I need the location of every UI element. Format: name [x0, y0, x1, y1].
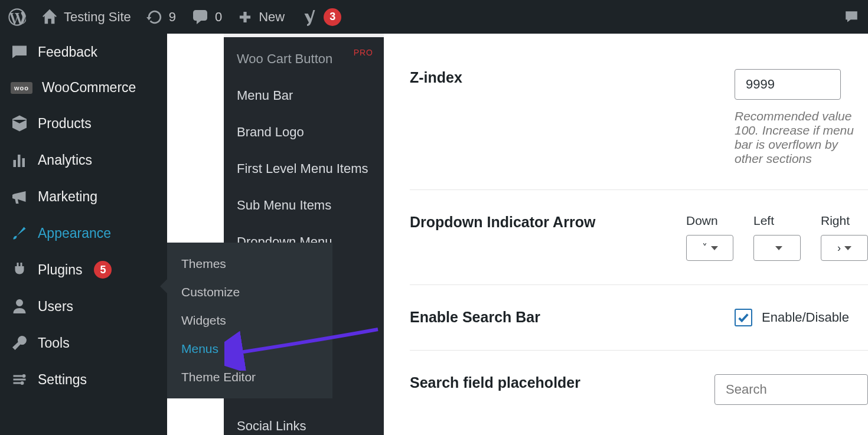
dd-left-label: Left [753, 214, 801, 228]
chevron-right-icon: › [837, 242, 841, 254]
yoast[interactable]: 3 [300, 8, 341, 26]
category-woo-cart-button[interactable]: Woo Cart Button [224, 41, 384, 77]
dd-right-select[interactable]: › [821, 235, 868, 261]
box-icon [11, 115, 28, 132]
user-icon [11, 297, 28, 315]
flyout-widgets[interactable]: Widgets [167, 306, 332, 335]
flyout-themes[interactable]: Themes [167, 250, 332, 278]
row-zindex: Z-index Recommended value 100. Increase … [410, 34, 868, 190]
dd-down-select[interactable]: ˅ [686, 235, 733, 261]
category-brand-logo[interactable]: Brand Logo [224, 114, 384, 151]
flyout-label: Widgets [181, 313, 226, 327]
chat-icon [843, 9, 860, 25]
sidebar-item-feedback[interactable]: Feedback [0, 34, 167, 70]
plus-icon [237, 9, 253, 25]
category-label: Social Links [237, 418, 306, 433]
caret-icon [775, 246, 782, 250]
yoast-icon [300, 8, 318, 26]
search-placeholder-input[interactable] [714, 374, 868, 405]
category-menu-bar[interactable]: Menu Bar [224, 77, 384, 114]
caret-icon [711, 246, 718, 250]
new-content[interactable]: New [237, 9, 285, 25]
dd-col-left: Left [753, 214, 801, 261]
comments[interactable]: 0 [191, 8, 222, 26]
dd-left-select[interactable] [753, 235, 801, 261]
enable-disable-label: Enable/Disable [762, 310, 849, 325]
sidebar-item-analytics[interactable]: Analytics [0, 142, 167, 178]
flyout-label: Theme Editor [181, 370, 256, 384]
notifications[interactable] [843, 9, 860, 25]
category-label: First Level Menu Items [237, 161, 368, 176]
category-social-links[interactable]: Social Links [224, 408, 384, 435]
category-label: Sub Menu Items [237, 198, 331, 212]
sidebar-item-tools[interactable]: Tools [0, 325, 167, 361]
sidebar-item-label: Appearance [38, 225, 111, 241]
category-label: Menu Bar [237, 88, 293, 103]
enable-search-label: Enable Search Bar [410, 309, 711, 326]
search-placeholder-label: Search field placeholder [410, 374, 691, 391]
megaphone-icon [11, 188, 28, 205]
caret-icon [844, 246, 851, 250]
sidebar-item-users[interactable]: Users [0, 288, 167, 325]
feedback-icon [11, 43, 28, 61]
sidebar-item-label: Products [38, 116, 92, 132]
row-enable-search: Enable Search Bar Enable/Disable [410, 285, 868, 351]
plug-icon [11, 261, 28, 279]
dd-right-label: Right [821, 214, 868, 228]
zindex-help: Recommended value 100. Increase if menu … [735, 109, 868, 166]
wrench-icon [11, 334, 28, 352]
sidebar-item-label: Marketing [38, 189, 97, 205]
sidebar-item-woocommerce[interactable]: woo WooCommerce [0, 70, 167, 105]
zindex-input[interactable] [735, 69, 841, 100]
flyout-menus[interactable]: Menus [167, 335, 332, 363]
comments-count: 0 [215, 9, 222, 25]
sidebar-item-products[interactable]: Products [0, 105, 167, 142]
dd-col-right: Right › [821, 214, 868, 261]
comment-icon [191, 8, 209, 26]
enable-search-toggle[interactable]: Enable/Disable [735, 309, 868, 326]
adminbar: Testing Site 9 0 New 3 [0, 0, 868, 34]
yoast-badge: 3 [324, 8, 341, 26]
category-label: Brand Logo [237, 125, 304, 139]
updates-count: 9 [169, 9, 176, 25]
sidebar-item-label: Feedback [38, 44, 97, 60]
new-label: New [259, 9, 285, 25]
dropdown-arrow-label: Dropdown Indicator Arrow [410, 214, 663, 231]
flyout-pointer [160, 279, 167, 293]
brush-icon [11, 224, 28, 242]
sidebar-item-label: Users [38, 299, 73, 315]
flyout-customize[interactable]: Customize [167, 278, 332, 306]
bars-icon [11, 151, 28, 169]
category-label: Woo Cart Button [237, 51, 332, 66]
woo-icon: woo [11, 82, 32, 94]
checkbox-icon [735, 309, 752, 326]
check-icon [737, 311, 750, 324]
main: Feedback woo WooCommerce Products Analyt… [0, 34, 868, 435]
sidebar-item-label: Analytics [38, 152, 92, 168]
sidebar-item-appearance[interactable]: Appearance [0, 215, 167, 251]
site-name: Testing Site [64, 9, 131, 25]
site-link[interactable]: Testing Site [41, 9, 131, 25]
home-icon [41, 9, 58, 25]
wordpress-icon [8, 8, 26, 26]
plugins-badge: 5 [94, 261, 112, 279]
updates[interactable]: 9 [146, 9, 176, 25]
sidebar-item-marketing[interactable]: Marketing [0, 178, 167, 215]
admin-sidebar: Feedback woo WooCommerce Products Analyt… [0, 34, 167, 435]
flyout-theme-editor[interactable]: Theme Editor [167, 363, 332, 391]
wp-logo[interactable] [8, 8, 26, 26]
category-first-level-items[interactable]: First Level Menu Items [224, 151, 384, 187]
row-search-placeholder: Search field placeholder [410, 351, 868, 429]
dd-down-label: Down [686, 214, 733, 228]
appearance-flyout: Themes Customize Widgets Menus Theme Edi… [167, 243, 332, 398]
row-dropdown-arrow: Dropdown Indicator Arrow Down ˅ Left [410, 190, 868, 285]
zindex-label: Z-index [410, 69, 711, 86]
sidebar-item-plugins[interactable]: Plugins 5 [0, 251, 167, 288]
sidebar-item-settings[interactable]: Settings [0, 361, 167, 398]
flyout-label: Themes [181, 257, 226, 270]
sliders-icon [11, 371, 28, 388]
category-sub-menu-items[interactable]: Sub Menu Items [224, 187, 384, 224]
dd-col-down: Down ˅ [686, 214, 733, 261]
sidebar-item-label: Tools [38, 335, 70, 351]
sidebar-item-label: Settings [38, 372, 87, 388]
